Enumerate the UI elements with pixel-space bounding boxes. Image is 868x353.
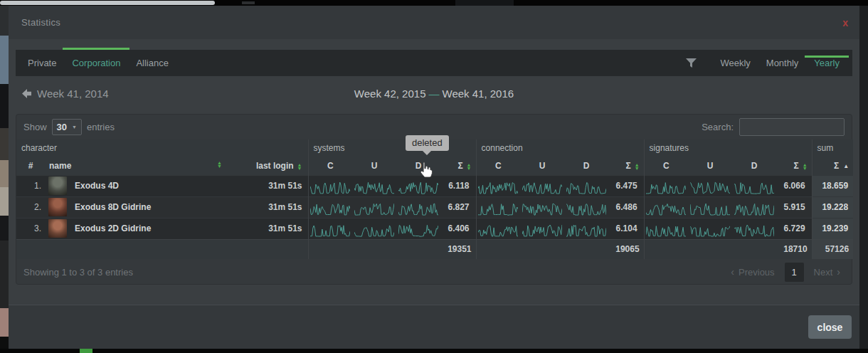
character-avatar: [48, 219, 67, 238]
filter-icon[interactable]: [686, 58, 697, 68]
background-page-bottom: [0, 349, 868, 353]
sparkline-chart: [522, 202, 562, 216]
totals-spacer: [16, 239, 308, 259]
sparkline-cell: [732, 175, 776, 196]
total-sum-value: 18.659: [812, 175, 853, 196]
sparkline-cell: [520, 175, 564, 196]
character-name: Exodus 8D Gidrine: [70, 196, 222, 218]
next-page-button[interactable]: Next›: [814, 266, 845, 278]
character-avatar: [48, 198, 67, 216]
systems-sum-value: 6.827: [440, 196, 476, 218]
sparkline-chart: [690, 223, 730, 238]
sparkline-chart: [646, 181, 686, 195]
previous-page-button[interactable]: ‹Previous: [726, 266, 774, 278]
sparkline-chart: [398, 223, 438, 238]
sparkline-cell: [396, 218, 440, 239]
signatures-sum-value: 6.066: [776, 175, 812, 196]
sparkline-chart: [734, 202, 774, 216]
sort-icon: ▲▼: [467, 163, 472, 170]
sparkline-cell: [564, 196, 608, 218]
sparkline-cell: [644, 196, 688, 218]
signatures-total: 18710: [644, 239, 812, 259]
tab-alliance[interactable]: Alliance: [128, 50, 176, 76]
sparkline-chart: [310, 202, 350, 216]
signatures-sum-value: 6.729: [776, 218, 812, 239]
sparkline-chart: [354, 202, 394, 216]
sparkline-cell: [308, 175, 352, 196]
tab-corporation[interactable]: Corporation: [64, 50, 128, 76]
col-systems-sum[interactable]: Σ▲▼: [440, 157, 476, 175]
sparkline-cell: [352, 175, 396, 196]
sparkline-cell: [688, 218, 732, 239]
sparkline-cell: [644, 175, 688, 196]
sparkline-chart: [310, 223, 350, 238]
sparkline-chart: [478, 223, 518, 238]
tab-yearly[interactable]: Yearly: [806, 58, 847, 68]
sparkline-chart: [734, 181, 774, 195]
entries-select[interactable]: 30: [52, 119, 82, 135]
grand-total: 57126: [812, 239, 853, 259]
sparkline-cell: [352, 218, 396, 239]
statistics-table: character systems connection signatures …: [16, 139, 853, 259]
current-page-button[interactable]: 1: [785, 263, 804, 282]
tab-bar: Private Corporation Alliance Weekly Mont…: [16, 50, 852, 76]
search-wrap: Search:: [702, 118, 845, 136]
sparkline-chart: [522, 223, 562, 238]
row-index: 2.: [16, 196, 45, 218]
col-connection-u[interactable]: U: [520, 157, 564, 175]
connection-sum-value: 6.486: [608, 196, 644, 218]
mouse-cursor-icon: [418, 161, 436, 180]
col-connection-sum[interactable]: Σ▲▼: [608, 157, 644, 175]
chevron-left-icon: ‹: [726, 266, 739, 278]
sparkline-cell: [520, 196, 564, 218]
col-signatures-d[interactable]: D: [732, 157, 776, 175]
tooltip-deleted: deleted: [406, 135, 449, 151]
background-page-top: [0, 0, 868, 6]
col-systems-c[interactable]: C: [308, 157, 352, 175]
connection-sum-value: 6.475: [608, 175, 644, 196]
col-total-sum[interactable]: Σ▲: [812, 157, 853, 175]
total-sum-value: 19.239: [812, 218, 853, 239]
sparkline-cell: [308, 196, 352, 218]
tab-monthly[interactable]: Monthly: [758, 58, 807, 68]
sparkline-cell: [564, 175, 608, 196]
col-name[interactable]: name▲▼: [45, 157, 222, 175]
col-systems-u[interactable]: U: [352, 157, 396, 175]
tab-private[interactable]: Private: [20, 50, 64, 76]
character-name: Exodus 2D Gidrine: [70, 218, 222, 239]
sparkline-chart: [478, 202, 518, 216]
modal-title: Statistics: [21, 17, 60, 28]
sort-icon: ▲▼: [217, 161, 222, 168]
close-icon[interactable]: x: [842, 18, 848, 28]
sparkline-chart: [354, 181, 394, 195]
col-connection-d[interactable]: D: [564, 157, 608, 175]
col-signatures-u[interactable]: U: [688, 157, 732, 175]
sparkline-chart: [566, 181, 606, 195]
search-input[interactable]: [739, 118, 845, 136]
sparkline-chart: [310, 181, 350, 195]
col-connection-c[interactable]: C: [476, 157, 520, 175]
table-body: 1.Exodus 4D31m 51s6.1186.4756.06618.6592…: [16, 175, 853, 239]
col-num[interactable]: #: [16, 157, 45, 175]
table-row: 2.Exodus 8D Gidrine31m 51s6.8276.4865.91…: [16, 196, 853, 218]
tab-weekly[interactable]: Weekly: [712, 58, 758, 68]
sparkline-cell: [564, 218, 608, 239]
last-login-value: 31m 51s: [222, 175, 308, 196]
sparkline-chart: [646, 223, 686, 238]
screen: Statistics x Private Corporation Allianc…: [0, 0, 868, 353]
character-avatar: [48, 176, 67, 195]
background-fragment: [455, 0, 514, 6]
col-last-login[interactable]: last login▲▼: [222, 157, 308, 175]
sparkline-chart: [734, 223, 774, 238]
col-signatures-sum[interactable]: Σ▲▼: [776, 157, 812, 175]
systems-total: 19351: [308, 239, 476, 259]
col-signatures-c[interactable]: C: [644, 157, 688, 175]
search-label: Search:: [702, 122, 734, 132]
close-button[interactable]: close: [808, 315, 852, 339]
sparkline-chart: [690, 181, 730, 195]
background-page-right: [859, 6, 868, 349]
sparkline-cell: [732, 218, 776, 239]
sparkline-chart: [354, 223, 394, 238]
background-fragment: [0, 1, 215, 5]
period-range: Week 42, 2015—Week 41, 2016: [16, 88, 852, 100]
